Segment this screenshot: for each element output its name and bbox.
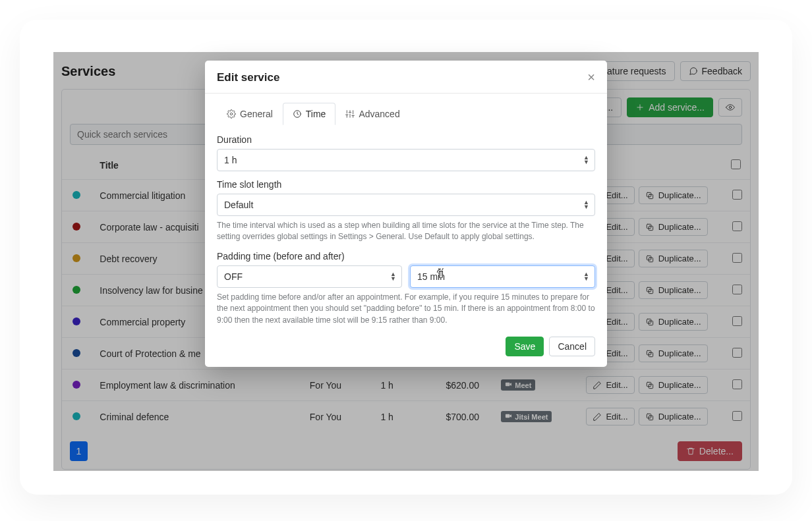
modal-tabs: General Time Advanced <box>217 103 595 125</box>
slot-select[interactable]: Default <box>217 194 595 216</box>
cancel-button[interactable]: Cancel <box>549 337 595 356</box>
modal-body: General Time Advanced Duration 1 h ▲▼ <box>205 94 607 329</box>
padding-after-select[interactable]: 15 min <box>410 265 595 288</box>
modal-footer: Save Cancel <box>205 329 607 367</box>
tab-time-label: Time <box>306 109 326 119</box>
padding-label: Padding time (before and after) <box>217 251 595 261</box>
close-icon: × <box>587 70 595 84</box>
edit-service-modal: Edit service × General Time <box>205 61 607 367</box>
modal-header: Edit service × <box>205 61 607 94</box>
save-button[interactable]: Save <box>506 337 544 356</box>
slot-help-text: The time interval which is used as a ste… <box>217 220 595 243</box>
duration-select-wrap: 1 h ▲▼ <box>217 149 595 171</box>
duration-select[interactable]: 1 h <box>217 149 595 171</box>
close-button[interactable]: × <box>587 70 595 85</box>
padding-after-wrap: 15 min ▲▼ <box>410 265 595 288</box>
slot-select-wrap: Default ▲▼ <box>217 194 595 216</box>
padding-before-wrap: OFF ▲▼ <box>217 265 402 288</box>
tab-general-label: General <box>240 109 273 119</box>
tab-time[interactable]: Time <box>283 103 336 125</box>
cancel-label: Cancel <box>558 341 587 352</box>
sliders-icon <box>345 109 355 119</box>
gear-icon <box>227 109 236 119</box>
modal-title: Edit service <box>217 71 279 84</box>
tab-general[interactable]: General <box>217 103 283 125</box>
tab-advanced[interactable]: Advanced <box>335 103 409 125</box>
duration-label: Duration <box>217 134 595 145</box>
padding-row: OFF ▲▼ 15 min ▲▼ <box>217 265 595 288</box>
clock-icon <box>293 109 302 119</box>
tab-advanced-label: Advanced <box>359 109 399 119</box>
slot-label: Time slot length <box>217 179 595 190</box>
svg-point-19 <box>230 113 233 115</box>
padding-before-select[interactable]: OFF <box>217 265 402 288</box>
save-label: Save <box>514 341 535 352</box>
padding-help-text: Set padding time before and/or after an … <box>217 292 595 326</box>
